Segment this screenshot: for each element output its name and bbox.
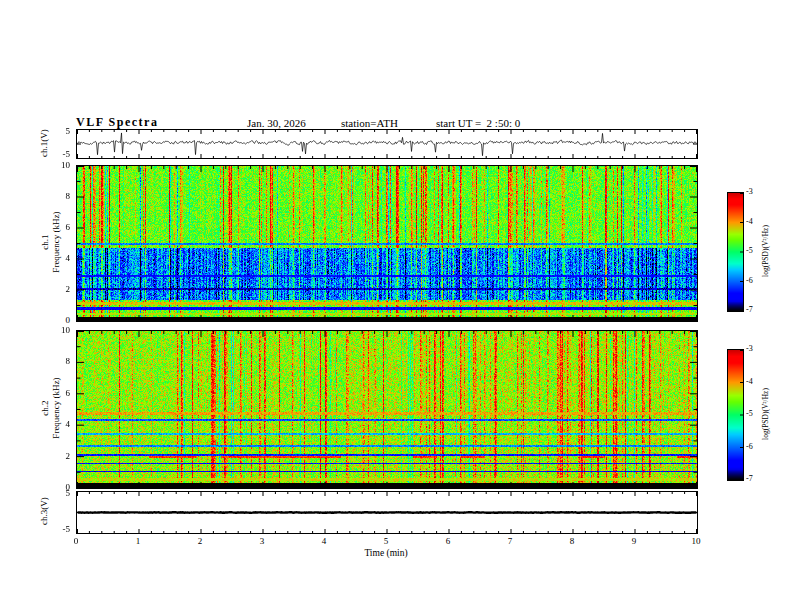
colorbar-2-frame bbox=[727, 349, 744, 481]
volt-tick-label: -5 bbox=[42, 149, 70, 159]
time-tick-label: 5 bbox=[374, 536, 398, 546]
volt-tick-label: -5 bbox=[42, 524, 70, 534]
colorbar-tick-label: -4 bbox=[746, 377, 766, 387]
freq-tick-label: 6 bbox=[42, 388, 70, 398]
time-tick-label: 0 bbox=[64, 536, 88, 546]
ch2-freq-axis-label: ch.2 Frequency (kHz) bbox=[40, 353, 62, 463]
colorbar-tick-label: -4 bbox=[746, 217, 766, 227]
freq-tick-label: 4 bbox=[42, 253, 70, 263]
ch3-volt-axis-text: ch.3(V) bbox=[39, 497, 50, 525]
ch2-label-text: ch.2 bbox=[40, 400, 51, 415]
time-tick-label: 7 bbox=[498, 536, 522, 546]
ch1-waveform-plot bbox=[77, 130, 697, 158]
colorbar-tick-label: -6 bbox=[746, 276, 766, 286]
time-tick-label: 10 bbox=[684, 536, 708, 546]
colorbar-1-frame bbox=[727, 192, 744, 312]
freq-tick-label: 8 bbox=[42, 356, 70, 366]
ch2-spectrogram-panel bbox=[76, 330, 698, 489]
start-ut-label: start UT = 2 :50: 0 bbox=[436, 117, 520, 129]
time-tick-label: 6 bbox=[436, 536, 460, 546]
colorbar-2 bbox=[728, 350, 743, 480]
ch1-waveform-panel bbox=[76, 129, 698, 159]
ch1-spectrogram-panel bbox=[76, 165, 698, 322]
colorbar-tick-label: -5 bbox=[746, 409, 766, 419]
colorbar-tick-label: -7 bbox=[746, 474, 766, 484]
volt-tick-label: 5 bbox=[42, 126, 70, 136]
ch1-label-text: ch.1 bbox=[40, 234, 51, 249]
freq-tick-label: 10 bbox=[42, 325, 70, 335]
freq-tick-label: 8 bbox=[42, 191, 70, 201]
ch1-freq-axis-label: ch.1 Frequency (kHz) bbox=[40, 187, 62, 297]
ch2-freq-label-text: Frequency (kHz) bbox=[51, 377, 62, 438]
time-tick-label: 8 bbox=[560, 536, 584, 546]
vlf-spectra-figure: VLF Spectra Jan. 30, 2026 station=ATH st… bbox=[0, 0, 792, 612]
freq-tick-label: 10 bbox=[42, 160, 70, 170]
colorbar-tick-label: -7 bbox=[746, 305, 766, 315]
colorbar-tick-label: -6 bbox=[746, 442, 766, 452]
time-tick-label: 2 bbox=[188, 536, 212, 546]
time-axis-label: Time (min) bbox=[346, 548, 426, 558]
volt-tick-label: 5 bbox=[42, 488, 70, 498]
time-tick-label: 3 bbox=[250, 536, 274, 546]
ch1-freq-label-text: Frequency (kHz) bbox=[51, 211, 62, 272]
colorbar-tick-label: -3 bbox=[746, 187, 766, 197]
ch3-waveform-panel bbox=[76, 491, 698, 534]
freq-tick-label: 6 bbox=[42, 222, 70, 232]
ch1-spectrogram bbox=[77, 166, 697, 321]
freq-tick-label: 0 bbox=[42, 315, 70, 325]
figure-title: VLF Spectra bbox=[76, 115, 158, 130]
station-label: station=ATH bbox=[341, 117, 398, 129]
colorbar-tick-label: -5 bbox=[746, 246, 766, 256]
colorbar-1 bbox=[728, 193, 743, 311]
freq-tick-label: 2 bbox=[42, 451, 70, 461]
ch2-spectrogram bbox=[77, 331, 697, 488]
colorbar-tick-label: -3 bbox=[746, 344, 766, 354]
ch3-waveform-plot bbox=[77, 492, 697, 533]
time-tick-label: 4 bbox=[312, 536, 336, 546]
freq-tick-label: 2 bbox=[42, 284, 70, 294]
date-label: Jan. 30, 2026 bbox=[247, 117, 306, 129]
time-tick-label: 1 bbox=[126, 536, 150, 546]
time-tick-label: 9 bbox=[622, 536, 646, 546]
freq-tick-label: 4 bbox=[42, 419, 70, 429]
